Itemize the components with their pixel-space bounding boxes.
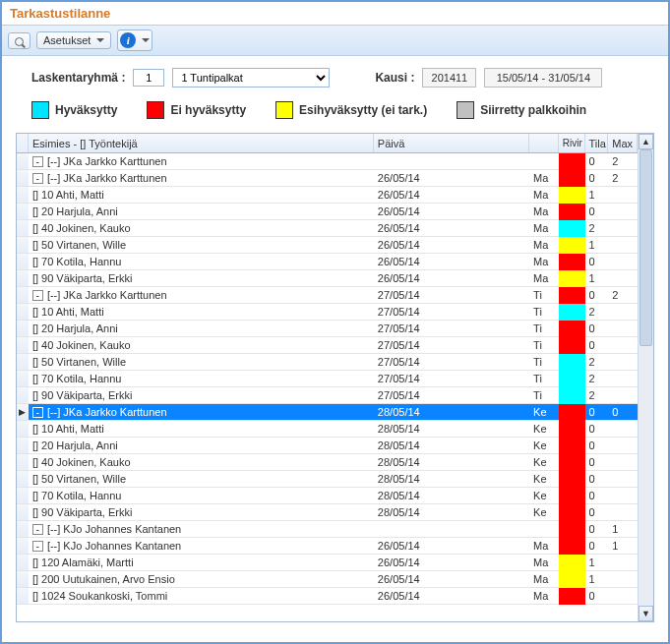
cell-max xyxy=(608,571,638,587)
table-row[interactable]: [] 70 Kotila, Hannu26/05/14Ma0 xyxy=(17,254,638,270)
table-row[interactable]: [] 70 Kotila, Hannu28/05/14Ke0 xyxy=(17,488,638,504)
cell-tila: 0 xyxy=(585,421,609,437)
table-row[interactable]: [] 50 Virtanen, Wille28/05/14Ke0 xyxy=(17,471,638,488)
table-row[interactable]: [] 90 Väkiparta, Erkki26/05/14Ma1 xyxy=(17,270,638,287)
cell-day xyxy=(374,153,529,169)
table-row[interactable]: [] 1024 Soukankoski, Tommi26/05/14Ma0 xyxy=(17,588,638,605)
group-number-input[interactable] xyxy=(133,69,164,87)
row-indicator xyxy=(17,421,29,437)
col-header-tila[interactable]: Tila xyxy=(585,134,609,152)
settings-button[interactable]: Asetukset xyxy=(36,31,111,49)
cell-dow: Ma xyxy=(529,204,559,219)
info-button[interactable]: i xyxy=(117,29,152,51)
table-row[interactable]: -[--] JKa Jarkko Karttunen26/05/14Ma02 xyxy=(17,170,638,187)
cell-name: [] 1024 Soukankoski, Tommi xyxy=(29,588,374,604)
col-header-status[interactable]: Rivir xyxy=(559,134,585,152)
expander-icon[interactable]: - xyxy=(32,290,43,301)
name-text: [] 70 Kotila, Hannu xyxy=(32,488,122,504)
cell-max xyxy=(608,488,638,503)
cell-status xyxy=(559,287,585,304)
page-title: Tarkastustilanne xyxy=(2,2,668,25)
table-row[interactable]: [] 10 Ahti, Matti26/05/14Ma1 xyxy=(17,187,638,204)
table-row[interactable]: [] 20 Harjula, Anni27/05/14Ti0 xyxy=(17,321,638,337)
table-row[interactable]: -[--] KJo Johannes Kantanen26/05/14Ma01 xyxy=(17,538,638,555)
cell-dow: Ti xyxy=(529,354,559,370)
cell-tila: 1 xyxy=(585,187,609,203)
cell-dow: Ti xyxy=(529,337,559,353)
scroll-down-button[interactable]: ▼ xyxy=(639,606,653,621)
cell-day: 26/05/14 xyxy=(374,555,529,570)
expander-icon[interactable]: - xyxy=(32,173,43,184)
cell-max xyxy=(608,337,638,353)
cell-day: 26/05/14 xyxy=(374,204,529,219)
table-row[interactable]: [] 20 Harjula, Anni28/05/14Ke0 xyxy=(17,438,638,454)
vertical-scrollbar[interactable]: ▲ ▼ xyxy=(638,134,653,621)
table-row[interactable]: [] 70 Kotila, Hannu27/05/14Ti2 xyxy=(17,371,638,387)
table-row[interactable]: [] 10 Ahti, Matti28/05/14Ke0 xyxy=(17,421,638,438)
table-row[interactable]: -[--] JKa Jarkko Karttunen27/05/14Ti02 xyxy=(17,287,638,304)
expander-icon[interactable]: - xyxy=(32,541,43,552)
cell-tila: 0 xyxy=(585,471,609,487)
table-row[interactable]: -[--] JKa Jarkko Karttunen02 xyxy=(17,153,638,170)
row-indicator xyxy=(17,454,29,470)
cell-day: 27/05/14 xyxy=(374,304,529,320)
group-select[interactable]: 1 Tuntipalkat xyxy=(172,68,330,88)
table-row[interactable]: [] 20 Harjula, Anni26/05/14Ma0 xyxy=(17,204,638,220)
col-header-name[interactable]: Esimies - [] Työntekijä xyxy=(29,134,374,152)
table-row[interactable]: [] 40 Jokinen, Kauko28/05/14Ke0 xyxy=(17,454,638,471)
cell-name: [] 200 Uutukainen, Arvo Ensio xyxy=(29,571,374,587)
table-row[interactable]: [] 10 Ahti, Matti27/05/14Ti2 xyxy=(17,304,638,321)
expander-icon[interactable]: - xyxy=(32,407,43,418)
row-indicator xyxy=(17,287,29,303)
cell-day xyxy=(374,521,529,537)
col-header-max[interactable]: Max xyxy=(608,134,638,152)
row-indicator xyxy=(17,170,29,186)
cell-tila: 0 xyxy=(585,321,609,336)
expander-icon[interactable]: - xyxy=(32,156,43,167)
table-row[interactable]: [] 200 Uutukainen, Arvo Ensio26/05/14Ma1 xyxy=(17,571,638,588)
cell-status xyxy=(559,354,585,371)
cell-max xyxy=(608,220,638,236)
cell-day: 28/05/14 xyxy=(374,438,529,453)
chevron-down-icon xyxy=(96,38,104,42)
table-row[interactable]: [] 40 Jokinen, Kauko27/05/14Ti0 xyxy=(17,337,638,354)
scroll-up-button[interactable]: ▲ xyxy=(639,134,653,149)
cell-max xyxy=(608,237,638,253)
search-button[interactable] xyxy=(8,32,30,49)
toolbar: Asetukset i xyxy=(2,25,668,56)
table-row[interactable]: [] 90 Väkiparta, Erkki27/05/14Ti2 xyxy=(17,387,638,404)
row-indicator xyxy=(17,237,29,253)
col-header-day[interactable]: Päivä xyxy=(374,134,529,152)
table-row[interactable]: [] 50 Virtanen, Wille26/05/14Ma1 xyxy=(17,237,638,254)
cell-dow: Ti xyxy=(529,387,559,403)
col-header-dow[interactable] xyxy=(529,134,559,152)
table-row[interactable]: ▶-[--] JKa Jarkko Karttunen28/05/14Ke00 xyxy=(17,404,638,421)
cell-dow: Ke xyxy=(529,471,559,487)
cell-day: 26/05/14 xyxy=(374,270,529,286)
table-row[interactable]: [] 50 Virtanen, Wille27/05/14Ti2 xyxy=(17,354,638,371)
name-text: [] 20 Harjula, Anni xyxy=(32,204,118,220)
cell-dow: Ma xyxy=(529,538,559,554)
cell-max xyxy=(608,588,638,604)
cell-name: [] 50 Virtanen, Wille xyxy=(29,237,374,253)
cell-dow: Ti xyxy=(529,304,559,320)
table-row[interactable]: [] 120 Alamäki, Martti26/05/14Ma1 xyxy=(17,555,638,571)
row-indicator xyxy=(17,337,29,353)
row-indicator xyxy=(17,504,29,520)
legend-preapproved: Esihyväksytty (ei tark.) xyxy=(299,103,427,117)
cell-tila: 0 xyxy=(585,204,609,219)
cell-day: 26/05/14 xyxy=(374,187,529,203)
expander-icon[interactable]: - xyxy=(32,524,43,535)
table-row[interactable]: -[--] KJo Johannes Kantanen01 xyxy=(17,521,638,538)
scrollbar-thumb[interactable] xyxy=(640,149,652,346)
cell-name: -[--] KJo Johannes Kantanen xyxy=(29,538,374,554)
name-text: [] 40 Jokinen, Kauko xyxy=(32,337,131,354)
table-row[interactable]: [] 40 Jokinen, Kauko26/05/14Ma2 xyxy=(17,220,638,237)
cell-dow: Ma xyxy=(529,220,559,236)
cell-max: 2 xyxy=(608,170,638,186)
cell-dow: Ke xyxy=(529,404,559,420)
row-indicator xyxy=(17,153,29,169)
cell-tila: 1 xyxy=(585,571,609,587)
table-row[interactable]: [] 90 Väkiparta, Erkki28/05/14Ke0 xyxy=(17,504,638,521)
cell-day: 27/05/14 xyxy=(374,371,529,386)
